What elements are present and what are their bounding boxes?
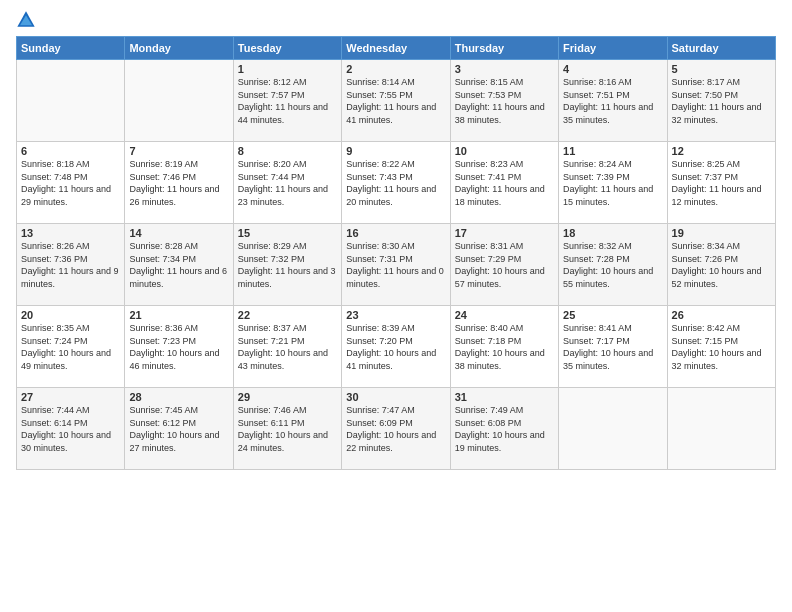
day-number: 31	[455, 391, 554, 403]
day-number: 6	[21, 145, 120, 157]
day-number: 22	[238, 309, 337, 321]
day-info: Sunrise: 8:23 AMSunset: 7:41 PMDaylight:…	[455, 158, 554, 208]
day-number: 1	[238, 63, 337, 75]
calendar-week-row: 6Sunrise: 8:18 AMSunset: 7:48 PMDaylight…	[17, 142, 776, 224]
day-number: 12	[672, 145, 771, 157]
col-tuesday: Tuesday	[233, 37, 341, 60]
day-info: Sunrise: 8:15 AMSunset: 7:53 PMDaylight:…	[455, 76, 554, 126]
day-number: 26	[672, 309, 771, 321]
calendar-cell: 25Sunrise: 8:41 AMSunset: 7:17 PMDayligh…	[559, 306, 667, 388]
calendar-cell: 11Sunrise: 8:24 AMSunset: 7:39 PMDayligh…	[559, 142, 667, 224]
day-info: Sunrise: 8:39 AMSunset: 7:20 PMDaylight:…	[346, 322, 445, 372]
day-number: 24	[455, 309, 554, 321]
calendar-cell: 12Sunrise: 8:25 AMSunset: 7:37 PMDayligh…	[667, 142, 775, 224]
calendar-cell: 15Sunrise: 8:29 AMSunset: 7:32 PMDayligh…	[233, 224, 341, 306]
calendar-cell: 27Sunrise: 7:44 AMSunset: 6:14 PMDayligh…	[17, 388, 125, 470]
calendar-cell	[667, 388, 775, 470]
calendar-cell	[559, 388, 667, 470]
day-info: Sunrise: 8:42 AMSunset: 7:15 PMDaylight:…	[672, 322, 771, 372]
calendar-cell: 4Sunrise: 8:16 AMSunset: 7:51 PMDaylight…	[559, 60, 667, 142]
calendar-cell: 21Sunrise: 8:36 AMSunset: 7:23 PMDayligh…	[125, 306, 233, 388]
calendar-cell: 26Sunrise: 8:42 AMSunset: 7:15 PMDayligh…	[667, 306, 775, 388]
day-info: Sunrise: 8:26 AMSunset: 7:36 PMDaylight:…	[21, 240, 120, 290]
day-number: 17	[455, 227, 554, 239]
day-info: Sunrise: 7:49 AMSunset: 6:08 PMDaylight:…	[455, 404, 554, 454]
col-monday: Monday	[125, 37, 233, 60]
col-friday: Friday	[559, 37, 667, 60]
calendar-cell: 30Sunrise: 7:47 AMSunset: 6:09 PMDayligh…	[342, 388, 450, 470]
calendar-cell: 20Sunrise: 8:35 AMSunset: 7:24 PMDayligh…	[17, 306, 125, 388]
day-info: Sunrise: 8:30 AMSunset: 7:31 PMDaylight:…	[346, 240, 445, 290]
calendar-cell: 24Sunrise: 8:40 AMSunset: 7:18 PMDayligh…	[450, 306, 558, 388]
calendar-cell: 14Sunrise: 8:28 AMSunset: 7:34 PMDayligh…	[125, 224, 233, 306]
calendar-cell: 17Sunrise: 8:31 AMSunset: 7:29 PMDayligh…	[450, 224, 558, 306]
day-number: 19	[672, 227, 771, 239]
day-info: Sunrise: 8:14 AMSunset: 7:55 PMDaylight:…	[346, 76, 445, 126]
col-sunday: Sunday	[17, 37, 125, 60]
day-info: Sunrise: 8:35 AMSunset: 7:24 PMDaylight:…	[21, 322, 120, 372]
calendar-week-row: 13Sunrise: 8:26 AMSunset: 7:36 PMDayligh…	[17, 224, 776, 306]
day-info: Sunrise: 8:36 AMSunset: 7:23 PMDaylight:…	[129, 322, 228, 372]
calendar-header-row: Sunday Monday Tuesday Wednesday Thursday…	[17, 37, 776, 60]
calendar-cell: 7Sunrise: 8:19 AMSunset: 7:46 PMDaylight…	[125, 142, 233, 224]
calendar-cell: 19Sunrise: 8:34 AMSunset: 7:26 PMDayligh…	[667, 224, 775, 306]
day-info: Sunrise: 8:16 AMSunset: 7:51 PMDaylight:…	[563, 76, 662, 126]
calendar-table: Sunday Monday Tuesday Wednesday Thursday…	[16, 36, 776, 470]
calendar-cell: 2Sunrise: 8:14 AMSunset: 7:55 PMDaylight…	[342, 60, 450, 142]
col-wednesday: Wednesday	[342, 37, 450, 60]
day-number: 2	[346, 63, 445, 75]
day-info: Sunrise: 8:19 AMSunset: 7:46 PMDaylight:…	[129, 158, 228, 208]
day-info: Sunrise: 8:34 AMSunset: 7:26 PMDaylight:…	[672, 240, 771, 290]
day-info: Sunrise: 8:18 AMSunset: 7:48 PMDaylight:…	[21, 158, 120, 208]
day-info: Sunrise: 8:24 AMSunset: 7:39 PMDaylight:…	[563, 158, 662, 208]
day-number: 4	[563, 63, 662, 75]
calendar-cell	[17, 60, 125, 142]
calendar-cell: 10Sunrise: 8:23 AMSunset: 7:41 PMDayligh…	[450, 142, 558, 224]
day-number: 30	[346, 391, 445, 403]
calendar-cell: 16Sunrise: 8:30 AMSunset: 7:31 PMDayligh…	[342, 224, 450, 306]
day-number: 23	[346, 309, 445, 321]
logo	[16, 10, 40, 30]
day-info: Sunrise: 8:12 AMSunset: 7:57 PMDaylight:…	[238, 76, 337, 126]
day-number: 15	[238, 227, 337, 239]
day-number: 10	[455, 145, 554, 157]
calendar-cell: 9Sunrise: 8:22 AMSunset: 7:43 PMDaylight…	[342, 142, 450, 224]
calendar-week-row: 1Sunrise: 8:12 AMSunset: 7:57 PMDaylight…	[17, 60, 776, 142]
calendar-cell: 23Sunrise: 8:39 AMSunset: 7:20 PMDayligh…	[342, 306, 450, 388]
day-number: 27	[21, 391, 120, 403]
day-number: 18	[563, 227, 662, 239]
day-info: Sunrise: 8:41 AMSunset: 7:17 PMDaylight:…	[563, 322, 662, 372]
day-number: 21	[129, 309, 228, 321]
day-number: 8	[238, 145, 337, 157]
day-info: Sunrise: 8:25 AMSunset: 7:37 PMDaylight:…	[672, 158, 771, 208]
calendar-week-row: 20Sunrise: 8:35 AMSunset: 7:24 PMDayligh…	[17, 306, 776, 388]
day-info: Sunrise: 8:22 AMSunset: 7:43 PMDaylight:…	[346, 158, 445, 208]
day-number: 29	[238, 391, 337, 403]
calendar-cell: 8Sunrise: 8:20 AMSunset: 7:44 PMDaylight…	[233, 142, 341, 224]
day-info: Sunrise: 8:31 AMSunset: 7:29 PMDaylight:…	[455, 240, 554, 290]
calendar-cell: 6Sunrise: 8:18 AMSunset: 7:48 PMDaylight…	[17, 142, 125, 224]
calendar-cell	[125, 60, 233, 142]
calendar-cell: 13Sunrise: 8:26 AMSunset: 7:36 PMDayligh…	[17, 224, 125, 306]
day-number: 28	[129, 391, 228, 403]
logo-icon	[16, 10, 36, 30]
calendar-page: Sunday Monday Tuesday Wednesday Thursday…	[0, 0, 792, 480]
day-number: 9	[346, 145, 445, 157]
day-info: Sunrise: 8:40 AMSunset: 7:18 PMDaylight:…	[455, 322, 554, 372]
day-info: Sunrise: 8:29 AMSunset: 7:32 PMDaylight:…	[238, 240, 337, 290]
day-number: 25	[563, 309, 662, 321]
day-number: 20	[21, 309, 120, 321]
calendar-cell: 3Sunrise: 8:15 AMSunset: 7:53 PMDaylight…	[450, 60, 558, 142]
day-info: Sunrise: 8:28 AMSunset: 7:34 PMDaylight:…	[129, 240, 228, 290]
col-thursday: Thursday	[450, 37, 558, 60]
day-number: 16	[346, 227, 445, 239]
day-number: 13	[21, 227, 120, 239]
day-info: Sunrise: 7:45 AMSunset: 6:12 PMDaylight:…	[129, 404, 228, 454]
calendar-cell: 5Sunrise: 8:17 AMSunset: 7:50 PMDaylight…	[667, 60, 775, 142]
day-number: 3	[455, 63, 554, 75]
day-number: 5	[672, 63, 771, 75]
header	[16, 10, 776, 30]
calendar-cell: 29Sunrise: 7:46 AMSunset: 6:11 PMDayligh…	[233, 388, 341, 470]
day-info: Sunrise: 8:32 AMSunset: 7:28 PMDaylight:…	[563, 240, 662, 290]
day-info: Sunrise: 8:20 AMSunset: 7:44 PMDaylight:…	[238, 158, 337, 208]
